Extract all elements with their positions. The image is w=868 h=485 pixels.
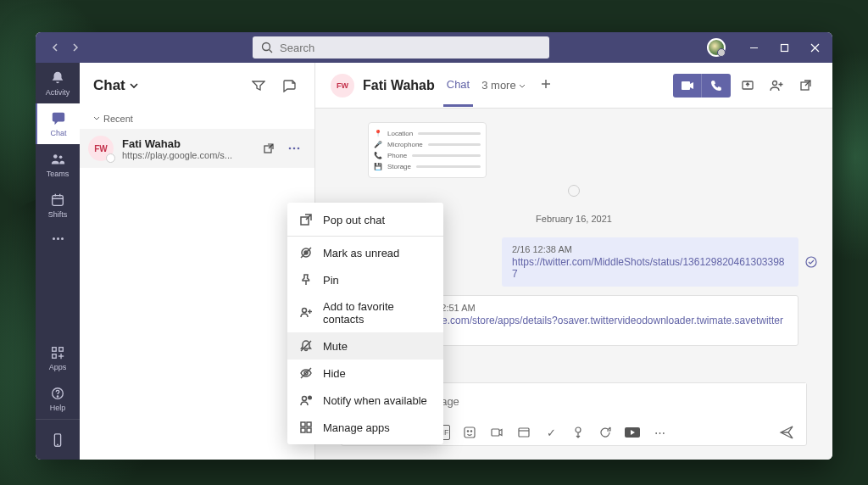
new-chat-button[interactable] xyxy=(277,74,301,98)
svg-point-55 xyxy=(303,397,307,401)
svg-point-23 xyxy=(293,148,296,150)
menu-pin[interactable]: Pin xyxy=(287,266,443,293)
add-tab-button[interactable] xyxy=(535,73,557,98)
more-icon[interactable]: ⋯ xyxy=(652,425,667,440)
svg-rect-8 xyxy=(53,195,64,205)
refresh-icon[interactable] xyxy=(598,425,613,440)
rail-label: Help xyxy=(50,404,66,412)
search-icon xyxy=(261,42,273,53)
back-button[interactable] xyxy=(47,40,63,55)
tab-more[interactable]: 3 more xyxy=(481,79,526,92)
svg-point-24 xyxy=(298,148,300,150)
svg-point-0 xyxy=(263,43,270,51)
video-call-button[interactable] xyxy=(673,74,702,98)
filter-button[interactable] xyxy=(247,74,270,98)
search-input[interactable] xyxy=(280,42,541,54)
loop-icon[interactable] xyxy=(516,425,531,440)
svg-rect-27 xyxy=(682,81,690,90)
chat-item[interactable]: FW Fati Wahab https://play.google.com/s.… xyxy=(80,129,314,168)
share-screen-button[interactable] xyxy=(736,74,760,98)
conversation-header: FW Fati Wahab Chat 3 more xyxy=(315,63,832,109)
approve-icon[interactable]: ✓ xyxy=(543,425,559,440)
rail-more[interactable] xyxy=(36,226,80,252)
svg-rect-3 xyxy=(781,44,787,51)
chevron-down-icon xyxy=(129,81,139,91)
section-recent[interactable]: Recent xyxy=(80,109,314,129)
menu-favorite[interactable]: Add to favorite contacts xyxy=(287,293,443,332)
chat-list-title[interactable]: Chat xyxy=(93,77,139,94)
sticker-icon[interactable] xyxy=(462,425,477,440)
menu-hide[interactable]: Hide xyxy=(287,360,443,387)
rail-label: Chat xyxy=(50,129,66,137)
close-button[interactable] xyxy=(800,32,829,63)
svg-rect-37 xyxy=(465,427,475,438)
attachment-card[interactable]: 📍Location 🎤Microphone 📞Phone 💾Storage xyxy=(368,122,487,178)
svg-line-48 xyxy=(301,248,311,258)
rail-help[interactable]: Help xyxy=(36,378,80,419)
add-people-button[interactable] xyxy=(765,74,788,98)
menu-notify[interactable]: Notify when available xyxy=(287,387,443,414)
menu-mute[interactable]: Mute xyxy=(287,332,443,360)
audio-call-button[interactable] xyxy=(702,74,731,98)
chat-item-more-button[interactable] xyxy=(282,137,306,160)
menu-popout[interactable]: Pop out chat xyxy=(287,206,443,233)
rail-mobile[interactable] xyxy=(36,419,80,460)
rail-label: Teams xyxy=(47,170,70,178)
minimize-button[interactable] xyxy=(739,32,768,63)
message-time: 2/16 12:38 AM xyxy=(512,244,788,254)
message-bubble[interactable]: 2/16 12:38 AM https://twitter.com/Middle… xyxy=(502,237,798,287)
meetnow-icon[interactable] xyxy=(489,425,504,440)
user-avatar[interactable] xyxy=(707,38,726,57)
app-rail: Activity Chat Teams Shifts Apps xyxy=(36,63,80,460)
message-time: 6 12:51 AM xyxy=(428,303,787,313)
notify-icon xyxy=(299,393,313,407)
svg-point-33 xyxy=(806,257,816,267)
popout-button[interactable] xyxy=(793,74,817,98)
popout-icon xyxy=(299,213,313,226)
svg-point-39 xyxy=(470,431,471,432)
popout-icon[interactable] xyxy=(257,137,281,160)
chat-item-preview: https://play.google.com/s... xyxy=(122,150,248,160)
svg-rect-14 xyxy=(53,354,56,358)
chevron-down-icon xyxy=(93,115,100,122)
conversation-title: Fati Wahab xyxy=(363,78,435,93)
apps-icon xyxy=(299,421,313,434)
stream-icon[interactable] xyxy=(625,425,640,440)
svg-point-43 xyxy=(576,427,581,432)
svg-rect-59 xyxy=(301,428,305,432)
rail-apps[interactable]: Apps xyxy=(36,337,80,378)
mute-icon xyxy=(299,339,313,353)
menu-unread[interactable]: Mark as unread xyxy=(287,239,443,266)
message-link[interactable]: ogle.com/store/apps/details?osaver.twitt… xyxy=(428,315,787,338)
forward-button[interactable] xyxy=(68,40,83,55)
menu-manage-apps[interactable]: Manage apps xyxy=(287,414,443,441)
send-button[interactable] xyxy=(779,425,794,440)
message-bubble[interactable]: 6 12:51 AM ogle.com/store/apps/details?o… xyxy=(417,295,798,346)
rail-chat[interactable]: Chat xyxy=(36,103,80,144)
svg-point-22 xyxy=(289,148,292,150)
svg-point-38 xyxy=(467,431,468,432)
svg-line-1 xyxy=(270,50,273,53)
chat-context-menu: Pop out chat Mark as unread Pin Add to f… xyxy=(287,203,443,444)
chevron-down-icon xyxy=(518,81,526,90)
svg-point-18 xyxy=(57,395,58,396)
search-box[interactable] xyxy=(253,36,549,59)
chat-item-avatar: FW xyxy=(88,136,114,161)
tab-chat[interactable]: Chat xyxy=(443,64,473,107)
svg-rect-57 xyxy=(301,422,305,426)
rail-activity[interactable]: Activity xyxy=(36,63,80,103)
maximize-button[interactable] xyxy=(770,32,798,63)
message-link[interactable]: https://twitter.com/MiddleShots/status/1… xyxy=(512,256,788,280)
rail-teams[interactable]: Teams xyxy=(36,144,80,185)
read-status-icon xyxy=(805,256,817,268)
teams-window: Activity Chat Teams Shifts Apps xyxy=(36,32,832,460)
unread-icon xyxy=(299,246,313,259)
svg-rect-13 xyxy=(59,347,64,351)
svg-rect-41 xyxy=(519,428,529,437)
svg-point-56 xyxy=(308,396,312,400)
praise-icon[interactable] xyxy=(570,425,586,440)
svg-rect-58 xyxy=(307,422,311,426)
rail-shifts[interactable]: Shifts xyxy=(36,185,80,226)
titlebar xyxy=(36,32,832,63)
svg-rect-60 xyxy=(307,428,311,432)
